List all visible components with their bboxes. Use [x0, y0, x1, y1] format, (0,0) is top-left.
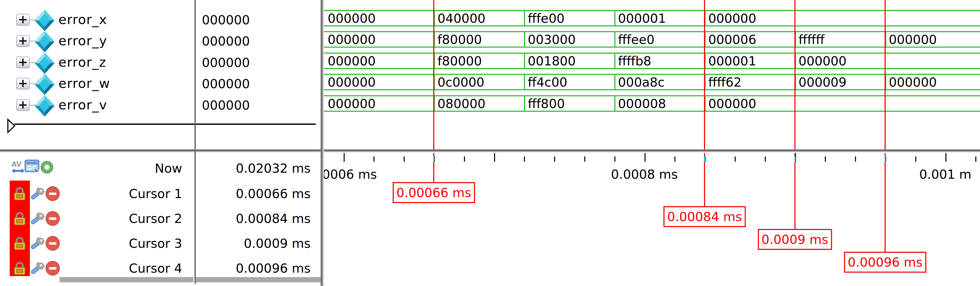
bus-transition	[524, 10, 525, 27]
bus-value-label: 000000	[328, 32, 375, 47]
horizontal-splitter-shadow	[0, 152, 980, 153]
insertion-pointer-icon	[7, 118, 16, 134]
cursor-name-label[interactable]: Cursor 3	[0, 237, 182, 250]
signal-name-row[interactable]: +error_w	[0, 71, 194, 93]
expand-button[interactable]: +	[16, 99, 30, 111]
ruler-minor-tick	[404, 156, 405, 162]
cursor-line[interactable]	[433, 0, 434, 182]
signal-name-row[interactable]: +error_y	[0, 28, 194, 50]
signal-current-value: 000000	[202, 12, 250, 28]
ruler-minor-tick	[675, 156, 675, 162]
signal-current-value: 000000	[202, 97, 250, 113]
cursor-time-box[interactable]: 0.00096 ms	[844, 252, 926, 273]
bus-value-label: fffe00	[528, 11, 565, 26]
bus-top-line	[324, 52, 980, 54]
cursor-time-value: 0.00096 ms	[197, 261, 310, 275]
bus-transition	[614, 52, 616, 69]
cursor-name-label[interactable]: Cursor 1	[0, 187, 182, 201]
bus-bottom-line	[324, 68, 980, 69]
horizontal-splitter[interactable]	[0, 149, 980, 152]
cursor-name-label[interactable]: Cursor 4	[0, 261, 182, 275]
bus-transition	[524, 74, 525, 90]
bus-value-label: 001800	[528, 54, 576, 68]
wave-window: +error_x+error_y+error_z+error_w+error_v…	[0, 0, 980, 286]
ruler-minor-tick	[464, 156, 465, 162]
signal-diamond-icon	[34, 9, 55, 31]
bus-value-label: 000006	[708, 32, 756, 47]
bus-transition	[524, 95, 525, 112]
bus-value-label: 000a8c	[618, 75, 665, 90]
signal-name-label: error_x	[59, 12, 107, 27]
bus-transition	[524, 52, 525, 69]
ruler-minor-tick	[374, 156, 375, 162]
signal-name-label: error_z	[59, 54, 107, 70]
bus-value-label: 000009	[799, 75, 846, 90]
bus-transition	[614, 95, 616, 112]
cursor-time-value: 0.00084 ms	[197, 212, 310, 225]
cursor-time-value: 0.00066 ms	[197, 187, 310, 201]
bus-value-label: f80000	[438, 54, 482, 68]
ruler-minor-tick	[554, 156, 555, 162]
ruler-minor-tick	[524, 156, 525, 162]
signal-name-label: error_w	[59, 76, 110, 91]
expand-button[interactable]: +	[16, 57, 30, 68]
signal-name-label: error_v	[59, 97, 107, 113]
bus-value-label: ffffff	[799, 32, 824, 47]
cursor-time-box[interactable]: 0.0009 ms	[758, 229, 832, 250]
signal-diamond-icon	[34, 95, 55, 117]
signal-current-value: 000000	[202, 33, 250, 49]
values-pane-hscrollbar[interactable]	[196, 277, 321, 282]
ruler-minor-tick	[614, 156, 616, 162]
cursor-ruler-tick	[704, 156, 705, 162]
cursor-panel: AV Now 0.02032 ms Cursor 10.00066 msCurs…	[0, 153, 324, 286]
bus-value-label: fffee0	[618, 32, 655, 47]
ruler-time-label: 0.001 m	[919, 167, 971, 182]
ruler-minor-tick	[735, 156, 736, 162]
expand-button[interactable]: +	[16, 35, 30, 47]
ruler-major-tick	[344, 153, 345, 162]
cursor-ruler-tick	[885, 156, 886, 162]
bus-value-label: 0c0000	[438, 75, 484, 90]
ruler-minor-tick	[765, 156, 766, 162]
bus-value-label: 040000	[438, 11, 485, 26]
bus-value-label: 000000	[328, 11, 375, 26]
bus-value-label: 000000	[889, 75, 937, 90]
waveform-pane[interactable]: 000000040000fffe00000001000000000000f800…	[324, 0, 980, 286]
bus-value-label: 000000	[708, 11, 756, 26]
cursor-line[interactable]	[885, 0, 886, 252]
bus-value-label: 000008	[618, 96, 666, 111]
bus-transition	[524, 31, 525, 47]
ruler-time-label: 0.0008 ms	[611, 167, 678, 182]
signal-diamond-icon	[34, 30, 55, 52]
signal-name-row[interactable]: +error_z	[0, 50, 194, 71]
bus-value-label: 003000	[528, 32, 576, 47]
expand-button[interactable]: +	[16, 14, 30, 26]
values-wave-divider[interactable]	[321, 0, 323, 286]
signal-name-row[interactable]: +error_v	[0, 93, 194, 114]
values-wave-divider-light	[323, 0, 324, 286]
expand-button[interactable]: +	[16, 78, 30, 90]
ruler-time-label: 0.0006 ms	[324, 167, 377, 182]
cursor-line[interactable]	[704, 0, 705, 206]
cursor-ruler-tick	[794, 156, 795, 162]
signal-name-row[interactable]: +error_x	[0, 7, 194, 29]
ruler-minor-tick	[915, 156, 916, 162]
ruler-minor-tick	[584, 156, 585, 162]
cursor-name-label[interactable]: Cursor 2	[0, 212, 182, 225]
bus-value-label: fff800	[528, 96, 565, 111]
bus-value-label: ff4c00	[528, 75, 567, 90]
ruler-minor-tick	[975, 156, 976, 162]
bus-value-label: 000000	[328, 96, 375, 111]
bus-value-label: 080000	[438, 96, 485, 111]
bus-value-label: 000000	[799, 54, 846, 68]
ruler-major-tick	[494, 153, 495, 162]
cursor-time-box[interactable]: 0.00066 ms	[393, 182, 475, 203]
names-pane-hscrollbar[interactable]	[59, 277, 193, 282]
cursor-time-box[interactable]: 0.00084 ms	[663, 206, 746, 227]
bus-value-label: 000000	[708, 96, 756, 111]
names-values-divider[interactable]	[194, 0, 196, 284]
ruler-major-tick	[945, 153, 947, 162]
bus-value-label: 000000	[328, 54, 375, 68]
cursor-line[interactable]	[794, 0, 795, 229]
bus-transition	[614, 31, 616, 47]
